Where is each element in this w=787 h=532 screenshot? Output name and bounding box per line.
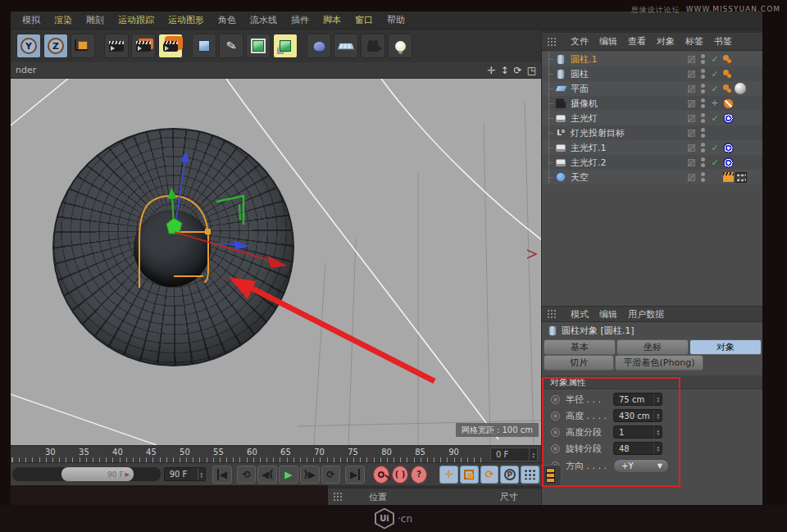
object-name[interactable]: 圆柱 — [571, 68, 688, 80]
viewport-maximize-icon[interactable]: ◳ — [527, 65, 536, 76]
stepper-icon[interactable]: ▴▾ — [653, 393, 662, 405]
visibility-dots[interactable] — [700, 84, 705, 93]
render-region-button[interactable] — [131, 34, 156, 58]
record-pla-button[interactable] — [521, 466, 539, 484]
visibility-dots[interactable] — [700, 113, 705, 123]
enabled-check-icon[interactable]: ✓ — [710, 84, 720, 94]
rotation-segments-input[interactable]: 48▴▾ — [613, 442, 662, 455]
viewport-title[interactable]: nder — [16, 65, 36, 75]
menu-sculpt[interactable]: 雕刻 — [86, 14, 104, 26]
panel-grip-icon[interactable] — [547, 37, 557, 47]
autokey-button[interactable]: ( ) — [392, 466, 408, 484]
material-tag-icon[interactable] — [735, 83, 746, 94]
layer-box-icon[interactable] — [688, 144, 695, 152]
coordinate-system-button[interactable] — [71, 34, 95, 58]
record-key-button[interactable] — [373, 466, 389, 484]
keyframe-radio-icon[interactable] — [551, 428, 560, 437]
viewport-zoom-icon[interactable]: ↕ — [501, 65, 509, 76]
object-name[interactable]: 摄像机 — [571, 98, 688, 110]
om-menu-edit[interactable]: 编辑 — [599, 35, 617, 48]
height-input[interactable]: 430 cm▴▾ — [613, 409, 662, 422]
visibility-dots[interactable] — [700, 98, 705, 108]
visibility-dots[interactable] — [700, 143, 705, 152]
object-row-camera[interactable]: 摄像机 ✛ — [542, 96, 762, 111]
subdivision-surface-button[interactable] — [246, 34, 271, 58]
crosshair-state-icon[interactable]: ✛ — [710, 99, 720, 107]
panel-grip-icon[interactable] — [333, 492, 343, 502]
visibility-dots[interactable] — [700, 54, 705, 64]
visibility-dots[interactable] — [700, 128, 705, 138]
next-frame-button[interactable]: )▶ — [300, 466, 320, 484]
floor-button[interactable] — [334, 34, 358, 58]
next-key-button[interactable]: ⟳ — [321, 466, 341, 484]
am-menu-mode[interactable]: 模式 — [571, 308, 589, 321]
generators-button[interactable] — [273, 34, 298, 58]
z-axis-lock-button[interactable]: Z — [43, 34, 68, 58]
layer-box-icon[interactable] — [688, 85, 695, 93]
enabled-check-icon[interactable]: ✓ — [710, 113, 720, 124]
target-tag-icon[interactable] — [723, 157, 734, 168]
menu-simulate[interactable]: 模拟 — [22, 14, 40, 26]
record-position-button[interactable]: ✛ — [439, 466, 458, 484]
om-menu-object[interactable]: 对象 — [657, 35, 675, 48]
previous-key-button[interactable]: ⟲ — [237, 466, 257, 484]
layer-box-icon[interactable] — [688, 130, 695, 137]
tab-basic[interactable]: 基本 — [544, 339, 616, 355]
am-menu-edit[interactable]: 编辑 — [599, 308, 617, 321]
enabled-check-icon[interactable]: ✓ — [710, 54, 720, 65]
layer-box-icon[interactable] — [688, 159, 695, 166]
am-menu-userdata[interactable]: 用户数据 — [628, 308, 664, 321]
layer-box-icon[interactable] — [688, 70, 695, 78]
stepper-icon[interactable]: ▴▾ — [529, 448, 537, 461]
layer-box-icon[interactable] — [688, 115, 695, 122]
keyframe-selection-button[interactable]: ? — [411, 466, 427, 484]
layer-box-icon[interactable] — [688, 100, 695, 107]
object-name[interactable]: 灯光投射目标 — [571, 127, 688, 139]
om-menu-view[interactable]: 查看 — [628, 35, 646, 48]
deformer-button[interactable] — [307, 34, 331, 58]
keyframe-radio-icon[interactable] — [551, 412, 560, 421]
play-button[interactable]: ▶ — [279, 466, 298, 484]
enabled-check-icon[interactable]: ✓ — [710, 143, 720, 153]
tab-object[interactable]: 对象 — [689, 339, 762, 355]
range-handle[interactable]: 90 F▶ — [61, 467, 134, 481]
viewport-pan-icon[interactable]: ✛ — [487, 65, 495, 76]
tab-slice[interactable]: 切片 — [544, 355, 614, 371]
stepper-icon[interactable]: ▴▾ — [653, 410, 662, 421]
record-parameter-button[interactable]: P — [500, 466, 519, 484]
om-menu-bookmarks[interactable]: 书签 — [714, 35, 732, 48]
go-to-start-button[interactable]: ◀ — [212, 466, 232, 484]
current-frame-field[interactable]: 90 F ▴▾ — [164, 467, 206, 481]
3d-viewport[interactable]: 网格宽距 : 100 cm — [11, 79, 541, 445]
object-name[interactable]: 天空 — [571, 171, 688, 184]
radius-input[interactable]: 75 cm▴▾ — [613, 393, 662, 406]
menu-script[interactable]: 脚本 — [323, 14, 341, 26]
layer-box-icon[interactable] — [688, 174, 695, 181]
menu-pipeline[interactable]: 流水线 — [250, 14, 277, 26]
layer-box-icon[interactable] — [688, 56, 695, 63]
frame-offset-field[interactable]: 0 F ▴▾ — [490, 448, 538, 462]
visibility-dots[interactable] — [700, 69, 705, 79]
enabled-check-icon[interactable]: ✓ — [710, 69, 720, 80]
object-row-mainlight[interactable]: 主光灯 ✓ — [542, 111, 762, 125]
compositing-tag-icon[interactable] — [723, 172, 734, 182]
preview-range-slider[interactable]: 90 F▶ — [12, 467, 161, 481]
previous-frame-button[interactable]: ◀( — [257, 466, 277, 484]
menu-motion-tracking[interactable]: 运动跟踪 — [118, 14, 154, 26]
object-row-cylinder[interactable]: 圆柱 ✓ — [542, 66, 762, 81]
menu-mograph[interactable]: 运动图形 — [168, 14, 204, 26]
texture-tag-icon[interactable] — [735, 172, 747, 183]
target-tag-icon[interactable] — [723, 143, 734, 153]
om-menu-tags[interactable]: 标签 — [685, 35, 703, 48]
object-row-mainlight1[interactable]: 主光灯.1 ✓ — [542, 140, 762, 155]
render-settings-button[interactable] — [158, 34, 183, 58]
visibility-dots[interactable] — [700, 157, 705, 167]
panel-grip-icon[interactable] — [547, 309, 557, 319]
render-view-button[interactable] — [104, 34, 129, 58]
phong-tag-icon[interactable] — [723, 84, 729, 90]
phong-tag-icon[interactable] — [723, 55, 729, 61]
camera-button[interactable] — [361, 34, 385, 58]
keyframe-radio-icon[interactable] — [551, 444, 560, 453]
menu-character[interactable]: 角色 — [218, 14, 236, 26]
object-row-cylinder1[interactable]: 圆柱.1 ✓ — [542, 52, 762, 66]
